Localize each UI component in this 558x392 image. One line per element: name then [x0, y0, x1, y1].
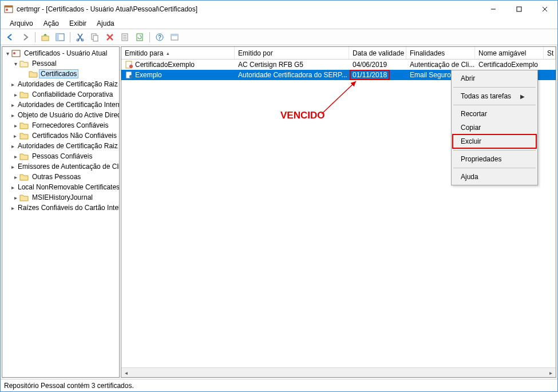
expander-icon[interactable]: ▸: [11, 164, 14, 170]
cell-emitido-para: CertificadoExemplo: [135, 61, 195, 69]
window-controls: [480, 1, 557, 18]
menu-exibir[interactable]: Exibir: [65, 18, 91, 29]
properties-button[interactable]: [118, 31, 131, 43]
tree-item[interactable]: ▸Certificados Não Confiáveis: [2, 130, 119, 141]
menu-acao[interactable]: Ação: [39, 18, 64, 29]
cm-todas-tarefas[interactable]: Todas as tarefas▶: [453, 89, 536, 103]
tree-pane: ▾ Certificados - Usuário Atual ▾ Pessoal…: [2, 46, 120, 378]
content-area: ▾ Certificados - Usuário Atual ▾ Pessoal…: [1, 45, 557, 379]
tree-item[interactable]: ▸Autoridades de Certificação Intermediár…: [2, 100, 119, 110]
tree-item-label: Pessoas Confiáveis: [30, 152, 94, 161]
delete-button[interactable]: [104, 31, 116, 43]
cut-button[interactable]: [74, 31, 86, 43]
close-button[interactable]: [532, 1, 557, 18]
cell-validade: 04/06/2019: [349, 60, 406, 69]
expander-icon[interactable]: ▾: [3, 50, 11, 57]
annotation-arrow-icon: [316, 77, 373, 122]
cm-recortar[interactable]: Recortar: [453, 107, 536, 121]
tree-root[interactable]: ▾ Certificados - Usuário Atual: [2, 48, 119, 58]
expander-icon[interactable]: ▸: [11, 143, 14, 149]
tree-item-label: Outras Pessoas: [30, 172, 83, 181]
maximize-button[interactable]: [506, 1, 532, 18]
cm-propriedades[interactable]: Propriedades: [453, 152, 536, 166]
separator: [149, 32, 150, 42]
tree[interactable]: ▾ Certificados - Usuário Atual ▾ Pessoal…: [2, 47, 119, 214]
context-menu: Abrir Todas as tarefas▶ Recortar Copiar …: [451, 70, 538, 185]
expander-icon[interactable]: ▸: [11, 81, 14, 88]
titlebar: certmgr - [Certificados - Usuário Atual\…: [1, 1, 557, 18]
horizontal-scrollbar[interactable]: ◂ ▸: [121, 367, 556, 377]
help-button[interactable]: ?: [153, 31, 166, 43]
tree-item[interactable]: ▸Fornecedores Confiáveis: [2, 120, 119, 130]
sort-asc-icon: ▴: [167, 50, 169, 56]
tree-certificados[interactable]: ▸ Certificados: [2, 69, 119, 79]
cell-finalidades: Autenticação de Cli...: [406, 60, 475, 69]
show-hide-tree-button[interactable]: [54, 31, 66, 43]
tree-item[interactable]: ▸Objeto de Usuário do Active Directory: [2, 110, 119, 120]
expander-icon[interactable]: ▸: [11, 122, 19, 129]
forward-button[interactable]: [19, 31, 31, 43]
scroll-left-icon[interactable]: ◂: [121, 368, 131, 377]
cm-ajuda[interactable]: Ajuda: [453, 170, 536, 184]
scroll-track[interactable]: [131, 368, 546, 377]
col-nome[interactable]: Nome amigável: [475, 47, 544, 59]
expander-icon[interactable]: ▸: [11, 174, 19, 180]
menu-ajuda[interactable]: Ajuda: [92, 18, 119, 29]
expander-icon[interactable]: ▸: [11, 195, 19, 201]
expander-icon[interactable]: ▸: [11, 205, 14, 211]
app-window: certmgr - [Certificados - Usuário Atual\…: [0, 0, 558, 392]
expander-icon[interactable]: ▸: [11, 184, 14, 191]
tree-item-label: Raízes Confiáveis do Cartão Inteligente: [15, 203, 119, 212]
tree-item[interactable]: ▸Confiabilidade Corporativa: [2, 89, 119, 100]
folder-open-icon: [19, 59, 29, 68]
svg-point-2: [6, 9, 8, 11]
col-finalidades[interactable]: Finalidades: [406, 47, 475, 59]
tree-item[interactable]: ▸Emissores de Autenticação de Cliente: [2, 161, 119, 172]
list-body[interactable]: CertificadoExemplo AC Certisign RFB G5 0…: [121, 60, 556, 367]
back-button[interactable]: [4, 31, 17, 43]
tree-item[interactable]: ▸Local NonRemovable Certificates: [2, 182, 119, 192]
up-button[interactable]: [39, 31, 52, 43]
svg-point-26: [129, 65, 133, 68]
cell-emitido-para: Exemplo: [135, 71, 162, 79]
col-emitido-para[interactable]: Emitido para▴: [121, 47, 235, 59]
col-validade[interactable]: Data de validade: [349, 47, 406, 59]
export-button[interactable]: [168, 31, 181, 43]
folder-icon: [19, 172, 29, 181]
copy-button[interactable]: [89, 31, 101, 43]
tree-item[interactable]: ▸Pessoas Confiáveis: [2, 151, 119, 161]
folder-icon: [19, 193, 29, 202]
expander-icon[interactable]: ▸: [11, 92, 19, 98]
svg-rect-4: [517, 7, 521, 11]
tree-item[interactable]: ▸Autoridades de Certificação Raiz de Ter…: [2, 141, 119, 151]
table-row[interactable]: CertificadoExemplo AC Certisign RFB G5 0…: [121, 60, 556, 70]
cert-root-icon: [11, 49, 21, 58]
minimize-button[interactable]: [480, 1, 506, 18]
menu-arquivo[interactable]: Arquivo: [5, 18, 38, 29]
tree-item[interactable]: ▸MSIEHistoryJournal: [2, 192, 119, 203]
cm-abrir[interactable]: Abrir: [453, 72, 536, 85]
col-emitido-por[interactable]: Emitido por: [235, 47, 349, 59]
tree-pessoal[interactable]: ▾ Pessoal: [2, 58, 119, 69]
cell-validade: 01/11/2018: [349, 70, 406, 80]
statusbar: Repositório Pessoal contém 3 certificado…: [1, 379, 557, 391]
tree-item[interactable]: ▸Outras Pessoas: [2, 172, 119, 182]
expander-icon[interactable]: ▸: [11, 153, 19, 160]
tree-item-label: MSIEHistoryJournal: [30, 193, 95, 202]
cm-copiar[interactable]: Copiar: [453, 121, 536, 134]
svg-point-28: [129, 75, 133, 78]
expander-icon[interactable]: ▾: [11, 61, 19, 67]
refresh-button[interactable]: [133, 31, 146, 43]
col-status[interactable]: St: [544, 47, 556, 59]
tree-item[interactable]: ▸Raízes Confiáveis do Cartão Inteligente: [2, 203, 119, 213]
cell-emitido-por: AC Certisign RFB G5: [235, 60, 349, 69]
tree-item[interactable]: ▸Autoridades de Certificação Raiz Confiá…: [2, 79, 119, 89]
tree-item-label: Confiabilidade Corporativa: [30, 90, 115, 99]
expander-icon[interactable]: ▸: [11, 133, 19, 139]
scroll-right-icon[interactable]: ▸: [546, 368, 556, 377]
separator: [35, 32, 35, 42]
expander-icon[interactable]: ▸: [11, 102, 14, 108]
tree-item-label: Emissores de Autenticação de Cliente: [15, 162, 119, 171]
expander-icon[interactable]: ▸: [11, 112, 14, 118]
cm-excluir[interactable]: Excluir: [453, 134, 536, 148]
